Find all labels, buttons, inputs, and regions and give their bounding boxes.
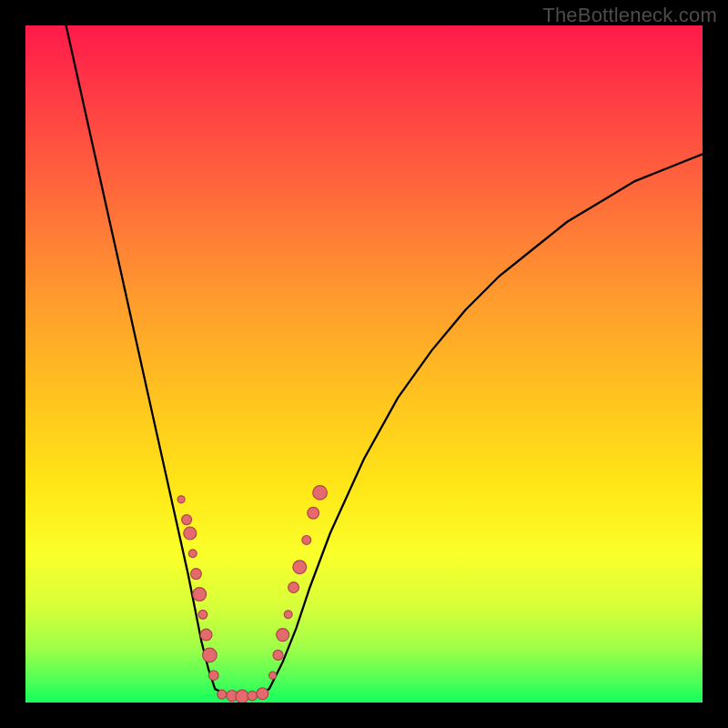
scatter-dot bbox=[302, 536, 311, 545]
scatter-dot bbox=[293, 561, 307, 574]
scatter-dot bbox=[198, 610, 207, 619]
scatter-dot bbox=[284, 611, 292, 619]
scatter-dot bbox=[308, 507, 319, 519]
bottleneck-curve bbox=[66, 25, 703, 696]
scatter-dot bbox=[288, 582, 299, 593]
scatter-dot bbox=[273, 650, 283, 660]
scatter-dot bbox=[269, 672, 277, 679]
scatter-dot bbox=[248, 691, 258, 701]
scatter-dot bbox=[313, 486, 328, 500]
scatter-dot bbox=[236, 690, 248, 703]
plot-area bbox=[25, 25, 703, 703]
scatter-dot bbox=[177, 496, 185, 503]
scatter-dot bbox=[203, 648, 217, 662]
scatter-dot bbox=[188, 550, 197, 558]
chart-svg bbox=[25, 25, 703, 703]
scatter-dot bbox=[209, 671, 219, 681]
scatter-dot bbox=[184, 527, 197, 540]
scatter-dots bbox=[177, 486, 327, 703]
scatter-dot bbox=[193, 588, 207, 602]
chart-frame: TheBottleneck.com bbox=[0, 0, 728, 728]
scatter-dot bbox=[182, 515, 192, 525]
scatter-dot bbox=[191, 569, 202, 580]
watermark-text: TheBottleneck.com bbox=[542, 4, 717, 27]
scatter-dot bbox=[200, 629, 212, 641]
scatter-dot bbox=[277, 629, 289, 642]
scatter-dot bbox=[257, 688, 268, 700]
scatter-dot bbox=[217, 690, 227, 699]
